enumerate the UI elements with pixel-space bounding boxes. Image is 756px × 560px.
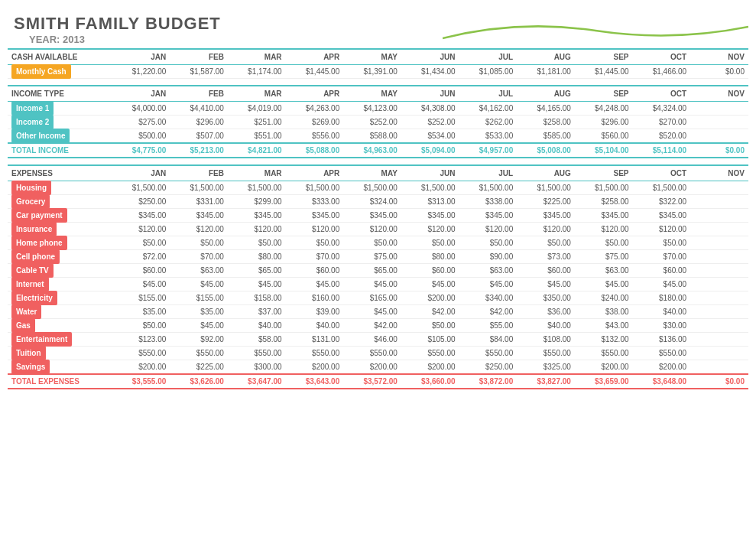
row-value: $550.00 [575, 347, 633, 360]
row-value: $60.00 [401, 264, 459, 278]
total-label: TOTAL INCOME [8, 143, 112, 158]
row-value: $45.00 [170, 319, 228, 333]
row-value: $325.00 [517, 360, 575, 375]
row-value: $42.00 [343, 319, 401, 333]
row-value: $345.00 [343, 209, 401, 223]
row-value: $65.00 [228, 264, 286, 278]
row-label: Home phone [8, 236, 112, 250]
table-row: Savings$200.00$225.00$300.00$200.00$200.… [8, 360, 748, 375]
row-value: $46.00 [343, 333, 401, 347]
row-value: $45.00 [112, 278, 170, 291]
cash-col-jan: JAN [112, 49, 170, 65]
expenses-col-jul: JUL [459, 165, 518, 181]
row-value [690, 236, 748, 250]
total-value: $3,647.00 [228, 374, 286, 389]
row-value: $345.00 [112, 209, 170, 223]
row-label: Electricity [8, 291, 112, 305]
row-value [690, 360, 748, 375]
row-value: $40.00 [517, 319, 575, 333]
row-value: $333.00 [286, 195, 344, 209]
row-value: $42.00 [401, 305, 459, 319]
row-value: $4,162.00 [459, 102, 518, 116]
row-value: $1,085.00 [459, 65, 518, 79]
row-value: $350.00 [517, 291, 575, 305]
row-value: $45.00 [170, 278, 228, 291]
total-value: $5,008.00 [517, 143, 575, 158]
row-value: $4,308.00 [401, 102, 459, 116]
row-value: $50.00 [633, 236, 691, 250]
cash-col-sep: SEP [575, 49, 633, 65]
row-value: $550.00 [401, 347, 459, 360]
row-value: $50.00 [112, 236, 170, 250]
row-value: $1,500.00 [286, 181, 344, 195]
row-label: Gas [8, 319, 112, 333]
row-value: $345.00 [170, 209, 228, 223]
income-col-jun: JUN [401, 86, 459, 102]
row-value: $1,445.00 [286, 65, 344, 79]
row-value: $533.00 [459, 129, 518, 144]
row-value: $1,500.00 [401, 181, 459, 195]
row-value: $340.00 [459, 291, 518, 305]
row-value: $0.00 [690, 65, 748, 79]
table-row: Car payment$345.00$345.00$345.00$345.00$… [8, 209, 748, 223]
table-row: Internet$45.00$45.00$45.00$45.00$45.00$4… [8, 278, 748, 291]
row-value: $30.00 [633, 319, 691, 333]
row-value: $132.00 [575, 333, 633, 347]
row-value: $1,500.00 [228, 181, 286, 195]
cash-col-may: MAY [343, 49, 401, 65]
total-value: $0.00 [690, 143, 748, 158]
income-col-jul: JUL [459, 86, 518, 102]
row-value: $75.00 [575, 250, 633, 264]
row-value: $4,410.00 [170, 102, 228, 116]
row-value [690, 333, 748, 347]
row-value: $262.00 [459, 116, 518, 129]
row-value: $550.00 [112, 347, 170, 360]
row-value: $120.00 [286, 223, 344, 236]
row-value: $160.00 [286, 291, 344, 305]
row-value: $45.00 [575, 278, 633, 291]
row-value: $250.00 [459, 360, 518, 375]
row-value: $165.00 [343, 291, 401, 305]
row-value [690, 102, 748, 116]
income-tbody: Income 1$4,000.00$4,410.00$4,019.00$4,26… [8, 102, 748, 158]
income-header-row: INCOME TYPE JAN FEB MAR APR MAY JUN JUL … [8, 86, 748, 102]
table-row: Home phone$50.00$50.00$50.00$50.00$50.00… [8, 236, 748, 250]
row-value: $45.00 [286, 278, 344, 291]
row-value: $50.00 [228, 236, 286, 250]
cash-available-table: CASH AVAILABLE JAN FEB MAR APR MAY JUN J… [8, 48, 748, 79]
cash-col-aug: AUG [517, 49, 575, 65]
total-value: $3,648.00 [633, 374, 691, 389]
row-value: $155.00 [112, 291, 170, 305]
row-value: $299.00 [228, 195, 286, 209]
expenses-table: EXPENSES JAN FEB MAR APR MAY JUN JUL AUG… [8, 164, 748, 389]
row-value [690, 319, 748, 333]
row-value: $58.00 [228, 333, 286, 347]
expenses-col-jun: JUN [401, 165, 459, 181]
row-value: $331.00 [170, 195, 228, 209]
total-value: $4,775.00 [112, 143, 170, 158]
row-value: $65.00 [343, 264, 401, 278]
row-value: $63.00 [170, 264, 228, 278]
table-row: Tuition$550.00$550.00$550.00$550.00$550.… [8, 347, 748, 360]
cash-col-mar: MAR [228, 49, 286, 65]
row-value: $50.00 [401, 319, 459, 333]
row-value: $40.00 [286, 319, 344, 333]
row-value: $1,220.00 [112, 65, 170, 79]
row-value: $70.00 [633, 250, 691, 264]
row-value: $550.00 [343, 347, 401, 360]
row-value: $534.00 [401, 129, 459, 144]
row-value: $345.00 [575, 209, 633, 223]
row-value [690, 195, 748, 209]
total-value: $3,827.00 [517, 374, 575, 389]
row-value: $551.00 [228, 129, 286, 144]
row-value: $50.00 [286, 236, 344, 250]
table-row: Income 2$275.00$296.00$251.00$269.00$252… [8, 116, 748, 129]
total-value: $0.00 [690, 374, 748, 389]
income-col-oct: OCT [633, 86, 691, 102]
row-value: $4,165.00 [517, 102, 575, 116]
cash-col-oct: OCT [633, 49, 691, 65]
row-value: $252.00 [401, 116, 459, 129]
expenses-col-apr: APR [286, 165, 344, 181]
row-value: $45.00 [459, 278, 518, 291]
table-row: Income 1$4,000.00$4,410.00$4,019.00$4,26… [8, 102, 748, 116]
